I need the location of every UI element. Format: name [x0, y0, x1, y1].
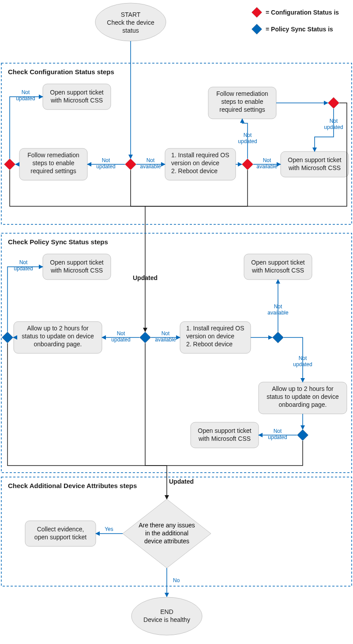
legend-blue-text: = Policy Sync Status is [266, 26, 333, 33]
svg-text:Open support ticket: Open support ticket [50, 259, 104, 266]
svg-text:onboarding page.: onboarding page. [34, 341, 82, 348]
svg-text:Not: Not [274, 428, 282, 434]
svg-text:Open support ticket: Open support ticket [251, 259, 305, 266]
flowchart-root: = Configuration Status is = Policy Sync … [0, 0, 353, 644]
svg-text:status: status [122, 27, 139, 34]
box-open-css-s2-b: Open support ticket with Microsoft CSS [191, 422, 259, 448]
diamond-right-red [242, 159, 253, 170]
svg-text:updated: updated [14, 265, 33, 272]
svg-text:with Microsoft CSS: with Microsoft CSS [288, 164, 341, 171]
box-open-css-s2-tl: Open support ticket with Microsoft CSS [43, 254, 111, 280]
svg-text:available: available [140, 163, 161, 170]
edge [131, 170, 145, 332]
svg-text:open support ticket: open support ticket [34, 534, 86, 541]
svg-text:Open support ticket: Open support ticket [50, 89, 104, 96]
svg-text:required settings: required settings [30, 167, 76, 174]
svg-text:updated: updated [111, 337, 130, 343]
svg-text:required settings: required settings [219, 106, 265, 113]
svg-text:Allow up to 2 hours for: Allow up to 2 hours for [27, 325, 89, 332]
box-allow2h-left: Allow up to 2 hours for status to update… [14, 322, 102, 353]
svg-text:Not: Not [102, 157, 110, 163]
svg-text:status to update on device: status to update on device [267, 393, 339, 400]
legend-red-text: = Configuration Status is [266, 9, 339, 16]
svg-text:updated: updated [268, 434, 287, 440]
svg-text:Updated: Updated [169, 478, 194, 485]
svg-text:available: available [155, 337, 176, 343]
svg-text:Not: Not [19, 259, 28, 265]
svg-text:Allow up to 2 hours for: Allow up to 2 hours for [272, 385, 334, 392]
box-open-css-right1: Open support ticket with Microsoft CSS [281, 152, 349, 177]
svg-text:1. Install required OS: 1. Install required OS [186, 325, 244, 332]
svg-text:available: available [267, 310, 289, 316]
start-node: START Check the device status [95, 3, 166, 41]
svg-text:available: available [256, 163, 278, 170]
svg-text:Follow remediation: Follow remediation [216, 90, 268, 97]
svg-text:Not: Not [117, 330, 125, 337]
end-node: END Device is healthy [131, 597, 202, 635]
decision-attrs: Are there any issues in the additional d… [123, 499, 211, 568]
section-config-title: Check Configuration Status steps [8, 68, 114, 76]
svg-text:Updated: Updated [133, 274, 158, 281]
diamond-s2-center [139, 332, 151, 343]
box-install-reboot-2: 1. Install required OS version on device… [180, 322, 251, 353]
svg-text:No: No [173, 577, 180, 583]
svg-text:Not: Not [22, 89, 30, 95]
svg-text:onboarding page.: onboarding page. [279, 401, 327, 408]
svg-text:2. Reboot device: 2. Reboot device [171, 167, 218, 174]
svg-text:with Microsoft CSS: with Microsoft CSS [252, 267, 304, 274]
svg-text:updated: updated [324, 124, 343, 130]
diamond-icon [252, 7, 262, 18]
svg-text:1. Install required OS: 1. Install required OS [171, 152, 229, 159]
diamond-s2-bottom [297, 429, 308, 441]
svg-text:updated: updated [16, 95, 35, 102]
section-policy-title: Check Policy Sync Status steps [8, 238, 108, 246]
diamond-s2-right [272, 332, 284, 343]
svg-text:Collect evidence,: Collect evidence, [37, 526, 84, 533]
edge [145, 343, 167, 499]
box-collect-evidence: Collect evidence, open support ticket [25, 521, 96, 546]
svg-text:Are there any issues: Are there any issues [139, 522, 195, 529]
box-allow2h-right: Allow up to 2 hours for status to update… [259, 382, 347, 414]
svg-text:Open support ticket: Open support ticket [288, 156, 342, 163]
svg-text:Not: Not [161, 330, 170, 337]
section-attrs-title: Check Additional Device Attributes steps [8, 482, 137, 489]
svg-text:Not: Not [274, 303, 282, 310]
edge [8, 343, 167, 466]
svg-text:updated: updated [238, 138, 257, 144]
svg-text:Yes: Yes [105, 526, 113, 532]
svg-text:2. Reboot device: 2. Reboot device [186, 341, 233, 348]
diamond-far-right-red [328, 97, 339, 109]
svg-text:Check the device: Check the device [107, 19, 154, 26]
svg-text:version on device: version on device [171, 159, 219, 167]
svg-text:Not: Not [263, 157, 271, 163]
box-remediate-left: Follow remediation steps to enable requi… [19, 148, 87, 180]
svg-text:steps to enable: steps to enable [33, 159, 75, 167]
box-open-css-s2-tr: Open support ticket with Microsoft CSS [244, 254, 312, 280]
svg-text:END: END [160, 608, 173, 615]
box-install-reboot-1: 1. Install required OS version on device… [165, 148, 236, 180]
svg-text:with Microsoft CSS: with Microsoft CSS [198, 435, 251, 442]
diamond-icon [252, 24, 262, 34]
svg-text:Device is healthy: Device is healthy [143, 616, 190, 623]
box-remediate-right: Follow remediation steps to enable requi… [208, 87, 276, 119]
diamond-left-red [4, 159, 15, 170]
svg-text:steps to enable: steps to enable [222, 98, 263, 105]
legend: = Configuration Status is = Policy Sync … [252, 7, 339, 34]
svg-text:status to update on device: status to update on device [22, 333, 94, 340]
svg-text:Not: Not [330, 118, 338, 124]
svg-text:Not: Not [146, 157, 155, 163]
svg-text:updated: updated [96, 163, 115, 170]
diamond-s2-left [2, 332, 13, 343]
svg-text:updated: updated [293, 361, 312, 367]
box-open-css-tl: Open support ticket with Microsoft CSS [43, 84, 111, 110]
svg-text:Follow remediation: Follow remediation [27, 152, 79, 159]
svg-text:Not: Not [299, 355, 307, 361]
svg-text:START: START [121, 11, 141, 18]
svg-text:device attributes: device attributes [144, 538, 189, 545]
diamond-center-red [125, 159, 136, 170]
svg-text:in the additional: in the additional [145, 530, 188, 537]
svg-text:Open support ticket: Open support ticket [198, 427, 252, 434]
svg-text:with Microsoft CSS: with Microsoft CSS [50, 97, 103, 104]
svg-text:with Microsoft CSS: with Microsoft CSS [50, 267, 103, 274]
svg-text:version on device: version on device [186, 333, 234, 340]
